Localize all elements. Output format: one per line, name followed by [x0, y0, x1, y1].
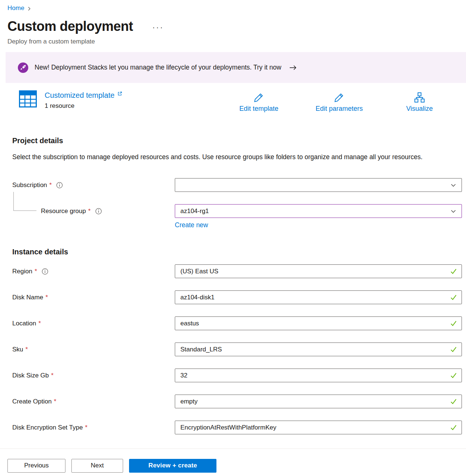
- create-new-link[interactable]: Create new: [175, 221, 208, 229]
- required-asterisk: *: [45, 294, 48, 301]
- resource-group-dropdown[interactable]: az104-rg1: [175, 204, 462, 218]
- info-icon[interactable]: [56, 182, 63, 189]
- valid-check-icon: [450, 372, 459, 379]
- project-details-description: Select the subscription to manage deploy…: [12, 151, 440, 163]
- disk-size-label: Disk Size Gb: [12, 372, 49, 379]
- region-row: Region*: [12, 264, 462, 278]
- location-row: Location*: [12, 316, 462, 330]
- template-actions: Edit template Edit parameters Visualize: [229, 90, 449, 113]
- subscription-label: Subscription: [12, 181, 47, 189]
- previous-button[interactable]: Previous: [7, 459, 65, 473]
- try-it-now-arrow-icon[interactable]: [289, 65, 297, 71]
- resource-group-row: Resource group* az104-rg1: [12, 204, 462, 218]
- required-asterisk: *: [51, 372, 54, 379]
- external-link-icon: [117, 90, 122, 96]
- subscription-row: Subscription*: [12, 178, 462, 192]
- location-input[interactable]: [180, 320, 447, 327]
- edit-template-button[interactable]: Edit template: [229, 90, 289, 113]
- region-label: Region: [12, 268, 32, 275]
- more-options-button[interactable]: ···: [151, 23, 165, 32]
- disk-name-input[interactable]: [180, 294, 447, 301]
- required-asterisk: *: [25, 346, 28, 353]
- disk-name-label: Disk Name: [12, 294, 43, 301]
- valid-check-icon: [450, 346, 459, 353]
- breadcrumb: Home: [0, 0, 466, 12]
- required-asterisk: *: [35, 268, 37, 275]
- required-asterisk: *: [54, 398, 57, 405]
- subscription-dropdown[interactable]: [175, 178, 462, 192]
- resource-group-value: az104-rg1: [180, 208, 209, 215]
- instance-details-heading: Instance details: [12, 247, 462, 257]
- disk-name-row: Disk Name*: [12, 290, 462, 304]
- region-input[interactable]: [180, 268, 447, 275]
- child-field-connector: [13, 192, 36, 211]
- disk-encryption-set-type-field: [175, 421, 462, 434]
- disk-size-input[interactable]: [180, 372, 447, 379]
- template-resource-count: 1 resource: [45, 102, 122, 110]
- info-icon[interactable]: [95, 208, 102, 215]
- project-details-heading: Project details: [12, 136, 462, 145]
- sku-input[interactable]: [180, 346, 447, 353]
- chevron-down-icon: [450, 208, 456, 214]
- template-grid-icon: [19, 90, 37, 107]
- required-asterisk: *: [38, 320, 41, 327]
- visualize-button[interactable]: Visualize: [390, 90, 449, 113]
- template-card: Customized template 1 resource Edit temp…: [19, 90, 449, 113]
- rocket-icon: [18, 62, 28, 73]
- deployment-stacks-banner: New! Deployment Stacks let you manage th…: [6, 52, 466, 83]
- valid-check-icon: [450, 398, 459, 405]
- edit-parameters-button[interactable]: Edit parameters: [309, 90, 369, 113]
- customized-template-link[interactable]: Customized template: [45, 90, 122, 100]
- region-field: [175, 264, 462, 278]
- valid-check-icon: [450, 294, 459, 301]
- sku-field: [175, 342, 462, 356]
- required-asterisk: *: [49, 181, 52, 189]
- hierarchy-icon: [414, 92, 425, 103]
- disk-size-field: [175, 369, 462, 382]
- info-icon[interactable]: [42, 268, 48, 275]
- chevron-down-icon: [450, 182, 456, 188]
- sku-label: Sku: [12, 346, 23, 353]
- disk-name-field: [175, 290, 462, 304]
- next-button[interactable]: Next: [71, 459, 123, 473]
- create-option-label: Create Option: [12, 398, 52, 405]
- page-title: Custom deployment: [7, 18, 133, 35]
- pencil-icon: [334, 92, 345, 103]
- footer-action-bar: Previous Next Review + create: [0, 448, 466, 476]
- create-option-input[interactable]: [180, 398, 447, 405]
- banner-message: New! Deployment Stacks let you manage th…: [35, 64, 281, 71]
- disk-encryption-set-type-row: Disk Encryption Set Type*: [12, 421, 462, 434]
- disk-size-row: Disk Size Gb*: [12, 369, 462, 382]
- pencil-icon: [253, 92, 264, 103]
- create-option-field: [175, 395, 462, 408]
- valid-check-icon: [450, 320, 459, 327]
- resource-group-label: Resource group: [41, 208, 86, 215]
- required-asterisk: *: [88, 208, 91, 215]
- chevron-right-icon: [28, 6, 31, 11]
- valid-check-icon: [450, 268, 459, 275]
- template-info: Customized template 1 resource: [45, 90, 122, 110]
- location-field: [175, 316, 462, 330]
- create-option-row: Create Option*: [12, 395, 462, 408]
- location-label: Location: [12, 320, 36, 327]
- required-asterisk: *: [85, 424, 88, 431]
- breadcrumb-home-link[interactable]: Home: [7, 4, 24, 12]
- disk-encryption-set-type-input[interactable]: [180, 424, 447, 431]
- review-create-button[interactable]: Review + create: [129, 459, 216, 473]
- sku-row: Sku*: [12, 342, 462, 356]
- disk-encryption-set-type-label: Disk Encryption Set Type: [12, 424, 83, 431]
- page-subtitle: Deploy from a custom template: [0, 35, 466, 46]
- valid-check-icon: [450, 424, 459, 431]
